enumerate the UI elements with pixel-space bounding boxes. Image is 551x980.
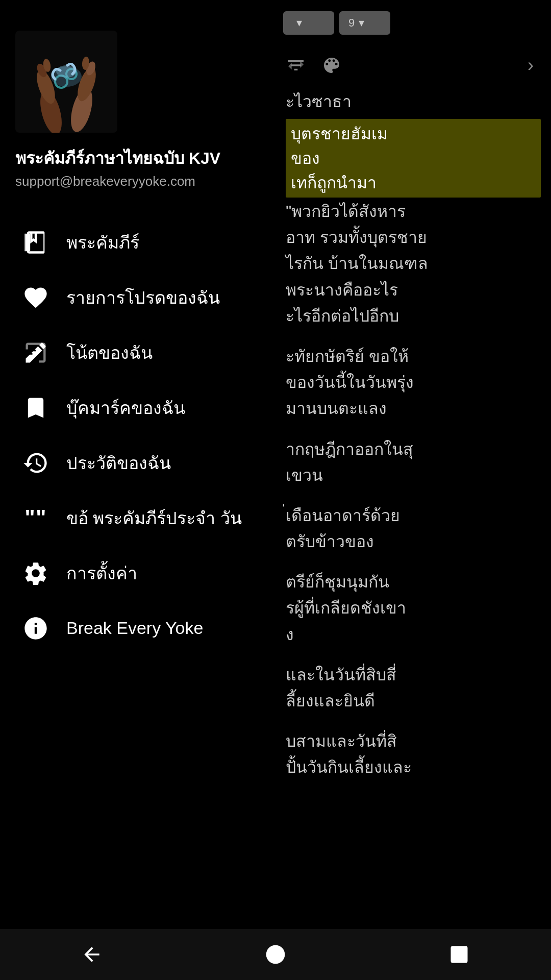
book-dropdown[interactable]: ▾ (283, 11, 334, 35)
notes-icon (20, 337, 51, 368)
verse-line-highlight-2: ของ (291, 146, 536, 170)
book-chevron-icon: ▾ (296, 16, 302, 30)
menu-label-verse-of-day: ขอ้ พระคัมภีร์ประจำ วัน (66, 504, 242, 532)
verse-block-1: "พวกยิวได้สังหารอาท รวมทั้งบุตรชายไรกัน … (286, 199, 541, 329)
bible-icon (20, 227, 51, 258)
next-chapter-button[interactable]: › (518, 53, 543, 78)
bible-text-area: ะไวซาธา บุตรชายฮัมเม ของ เทก็ถูกนำมา "พว… (276, 84, 551, 800)
history-icon (20, 448, 51, 478)
menu-item-bible[interactable]: พระคัมภีร์ (15, 215, 260, 270)
recents-button[interactable] (434, 929, 485, 980)
menu-item-notes[interactable]: โน้ตของฉัน (15, 325, 260, 380)
svg-rect-20 (451, 946, 468, 963)
menu-item-favorites[interactable]: รายการโปรดของฉัน (15, 270, 260, 325)
menu-label-favorites: รายการโปรดของฉัน (66, 284, 220, 311)
verse-block-6: และในวันที่สิบสี่ลี้ยงและยินดี (286, 662, 541, 714)
menu-label-bible: พระคัมภีร์ (66, 229, 139, 256)
app-title: พระคัมภีร์ภาษาไทยฉบับ KJV (15, 148, 260, 169)
menu-item-history[interactable]: ประวัติของฉัน (15, 435, 260, 491)
menu-label-history: ประวัติของฉัน (66, 449, 171, 477)
menu-label-settings: การตั้งค่า (66, 559, 137, 587)
quote-icon: " " (20, 503, 51, 533)
menu-label-about: Break Every Yoke (66, 618, 203, 638)
menu-item-verse-of-day[interactable]: " " ขอ้ พระคัมภีร์ประจำ วัน (15, 491, 260, 546)
chapter-selector-bar: ▾ 9 ▾ (276, 0, 551, 46)
drawer-menu: พระคัมภีร์ รายการโปรดของฉัน (15, 215, 260, 656)
verse-block-3: ากฤษฎีกาออกในสุเขวน (286, 436, 541, 488)
system-navigation-bar (0, 929, 551, 980)
menu-item-bookmarks[interactable]: บุ๊คมาร์คของฉัน (15, 380, 260, 435)
menu-label-notes: โน้ตของฉัน (66, 339, 153, 366)
menu-label-bookmarks: บุ๊คมาร์คของฉัน (66, 394, 185, 422)
home-button[interactable] (250, 929, 301, 980)
bookmark-icon (20, 393, 51, 423)
reader-toolbar: › (276, 46, 551, 84)
support-email: support@breakeveryyoke.com (15, 174, 260, 189)
heart-icon (20, 282, 51, 313)
svg-point-19 (266, 945, 285, 964)
chapter-value: 9 (348, 16, 355, 30)
svg-text:": " (36, 505, 46, 529)
chapter-dropdown[interactable]: 9 ▾ (339, 11, 390, 35)
verse-block-2: ะทัยกษัตริย์ ขอให้ของวันนี้ในวันพรุ่งมาน… (286, 344, 541, 422)
settings-icon (20, 558, 51, 589)
verse-block-7: บสามและวันที่สิปั้นวันกินเลี้ยงและ (286, 728, 541, 780)
menu-item-about[interactable]: Break Every Yoke (15, 601, 260, 656)
app-logo (15, 31, 117, 133)
verse-line-highlight-3: เทก็ถูกนำมา (291, 170, 536, 195)
info-icon (20, 613, 51, 644)
verse-block-4: ่เดือนอาดาร์ด้วยตรับข้าวของ (286, 503, 541, 555)
menu-item-settings[interactable]: การตั้งค่า (15, 546, 260, 601)
bible-reader-panel: ▾ 9 ▾ › ะไวซาธา บุตรชายฮัมเม ของ เทก็ (276, 0, 551, 980)
verse-highlighted: บุตรชายฮัมเม ของ เทก็ถูกนำมา (286, 119, 541, 198)
navigation-drawer: พระคัมภีร์ภาษาไทยฉบับ KJV support@breake… (0, 0, 276, 980)
verse-line-highlight-1: บุตรชายฮัมเม (291, 121, 536, 146)
svg-rect-14 (27, 232, 29, 252)
verse-block-5: ตรีย์ก็ชุมนุมกันรผู้ที่เกลียดชังเขาง (286, 569, 541, 648)
verse-line-1: ะไวซาธา (286, 89, 541, 114)
sort-icon[interactable] (283, 53, 309, 78)
chapter-chevron-icon: ▾ (359, 16, 364, 30)
svg-text:": " (24, 505, 35, 529)
palette-icon[interactable] (319, 53, 344, 78)
back-button[interactable] (66, 929, 117, 980)
